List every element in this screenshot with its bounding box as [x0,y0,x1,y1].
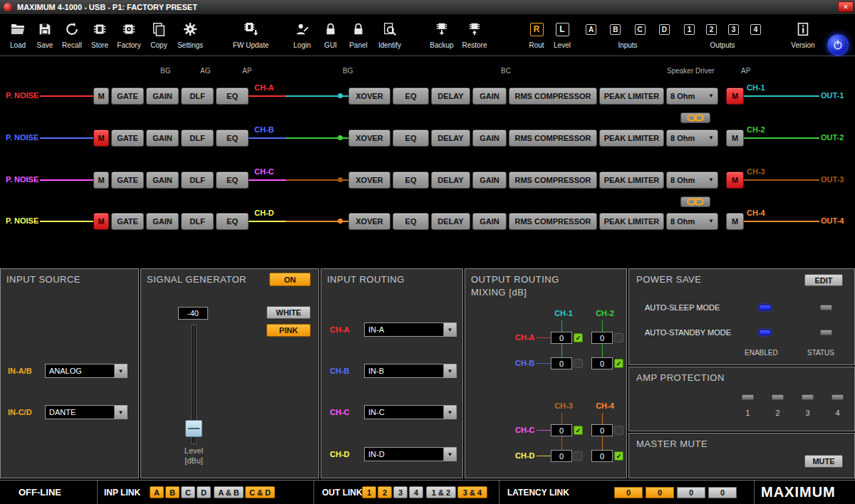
out-link-3-button[interactable]: 3 [393,486,408,498]
latency-value-2[interactable]: 0 [646,487,674,498]
in-ab-source-dropdown[interactable]: ANALOG ▼ [45,364,128,378]
output-eq-button[interactable]: EQ [393,130,429,147]
input-c-button[interactable]: C [635,24,646,35]
fw-update-button[interactable]: FW Update [228,17,274,53]
rms-compressor-button[interactable]: RMS COMPRESSOR [509,130,597,147]
ch-d-input-dropdown[interactable]: IN-D ▼ [364,447,457,461]
rout-toggle[interactable]: R Rout [524,17,549,53]
mix-enable-checkbox[interactable]: ✓ [614,451,623,461]
pink-noise-button[interactable]: PINK [266,324,311,337]
xover-button[interactable]: XOVER [348,88,390,105]
inp-link-d-button[interactable]: D [197,486,211,498]
generator-level-value[interactable]: -40 [178,307,208,320]
mix-enable-checkbox[interactable]: ✓ [574,333,583,342]
latency-value-1[interactable]: 0 [614,487,643,498]
latency-value-3[interactable]: 0 [677,487,705,498]
mix-enable-checkbox[interactable]: ✓ [614,359,623,368]
speaker-link-button-1-2[interactable] [680,112,710,123]
power-button[interactable] [827,34,849,56]
mix-gain-value[interactable]: 0 [551,332,572,344]
delay-button[interactable]: DELAY [431,88,470,105]
out-link-1-button[interactable]: 1 [362,486,376,498]
inp-link-ab-button[interactable]: A & B [214,486,244,498]
out-link-34-button[interactable]: 3 & 4 [457,486,487,498]
peak-limiter-button[interactable]: PEAK LIMITER [599,213,664,230]
xover-button[interactable]: XOVER [348,172,390,189]
mix-gain-value[interactable]: 0 [591,357,613,369]
eq-button[interactable]: EQ [216,213,249,230]
close-button[interactable]: ✕ [838,1,854,12]
gain-button[interactable]: GAIN [146,172,179,189]
output-eq-button[interactable]: EQ [393,213,429,230]
out-link-4-button[interactable]: 4 [409,486,423,498]
gain-button[interactable]: GAIN [146,88,179,105]
input-d-button[interactable]: D [659,24,670,35]
version-button[interactable]: Version [785,17,821,53]
gui-lock-button[interactable]: GUI [318,17,343,53]
level-toggle[interactable]: L Level [549,17,575,53]
mix-enable-checkbox[interactable]: ✓ [614,426,623,435]
impedance-dropdown[interactable]: 8 Ohm▼ [666,88,718,105]
output-mute-button[interactable]: M [726,172,744,189]
gate-button[interactable]: GATE [111,88,144,105]
inp-link-c-button[interactable]: C [181,486,195,498]
inp-link-b-button[interactable]: B [165,486,180,498]
mix-gain-value[interactable]: 0 [551,424,572,436]
peak-limiter-button[interactable]: PEAK LIMITER [599,172,664,189]
out-link-12-button[interactable]: 1 & 2 [426,486,456,498]
delay-button[interactable]: DELAY [431,213,470,230]
copy-button[interactable]: Copy [144,17,174,53]
input-a-button[interactable]: A [586,24,596,35]
eq-button[interactable]: EQ [216,88,249,105]
out-link-2-button[interactable]: 2 [378,486,392,498]
eq-button[interactable]: EQ [216,130,249,147]
mix-enable-checkbox[interactable]: ✓ [574,451,583,461]
mix-enable-checkbox[interactable]: ✓ [614,333,623,342]
recall-button[interactable]: Recall [58,17,86,53]
backup-button[interactable]: Backup [425,17,458,53]
in-cd-source-dropdown[interactable]: DANTE ▼ [45,405,128,419]
output-1-button[interactable]: 1 [684,24,695,35]
gate-button[interactable]: GATE [111,130,144,147]
gain-button[interactable]: GAIN [146,130,179,147]
impedance-dropdown[interactable]: 8 Ohm▼ [666,172,718,189]
speaker-link-button-3-4[interactable] [680,196,710,207]
output-gain-button[interactable]: GAIN [472,88,507,105]
inp-link-a-button[interactable]: A [150,486,164,498]
white-noise-button[interactable]: WHITE [266,306,311,319]
mix-gain-value[interactable]: 0 [591,450,613,462]
input-mute-button[interactable]: M [93,172,109,189]
rms-compressor-button[interactable]: RMS COMPRESSOR [509,213,597,230]
restore-button[interactable]: Restore [458,17,491,53]
mix-gain-value[interactable]: 0 [591,424,613,436]
dlf-button[interactable]: DLF [181,130,214,147]
output-gain-button[interactable]: GAIN [472,130,507,147]
factory-button[interactable]: Factory [114,17,144,53]
latency-value-4[interactable]: 0 [708,487,737,498]
dlf-button[interactable]: DLF [181,88,214,105]
output-gain-button[interactable]: GAIN [472,213,507,230]
login-button[interactable]: Login [286,17,318,53]
mix-gain-value[interactable]: 0 [551,450,572,462]
store-button[interactable]: Store [86,17,114,53]
dlf-button[interactable]: DLF [181,172,214,189]
impedance-dropdown[interactable]: 8 Ohm▼ [666,130,718,147]
settings-button[interactable]: Settings [174,17,207,53]
xover-button[interactable]: XOVER [348,130,390,147]
output-mute-button[interactable]: M [726,213,744,230]
output-eq-button[interactable]: EQ [393,88,429,105]
input-mute-button[interactable]: M [93,130,109,147]
xover-button[interactable]: XOVER [348,213,390,230]
delay-button[interactable]: DELAY [431,172,470,189]
panel-lock-button[interactable]: Panel [343,17,373,53]
power-save-edit-button[interactable]: EDIT [804,274,843,286]
impedance-dropdown[interactable]: 8 Ohm▼ [666,213,718,230]
mix-gain-value[interactable]: 0 [551,357,572,369]
mix-enable-checkbox[interactable]: ✓ [574,426,583,435]
ch-c-input-dropdown[interactable]: IN-C ▼ [364,405,457,419]
input-mute-button[interactable]: M [93,88,109,105]
output-4-button[interactable]: 4 [750,24,761,35]
input-mute-button[interactable]: M [93,213,109,230]
dlf-button[interactable]: DLF [181,213,214,230]
output-eq-button[interactable]: EQ [393,172,429,189]
